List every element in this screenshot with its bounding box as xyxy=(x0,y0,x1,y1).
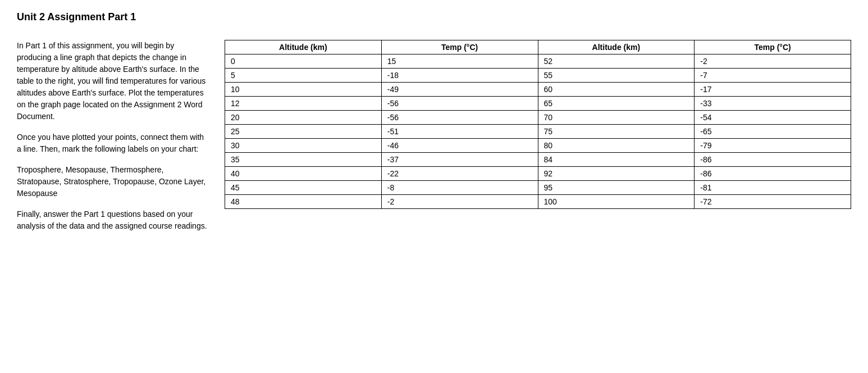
table-cell: -2 xyxy=(381,195,538,209)
table-cell: 10 xyxy=(225,83,382,97)
table-cell: -22 xyxy=(381,167,538,181)
col-header-temp-2: Temp (°C) xyxy=(695,40,851,54)
table-cell: 80 xyxy=(538,139,695,153)
col-header-altitude-1: Altitude (km) xyxy=(225,40,382,54)
page-title: Unit 2 Assignment Part 1 xyxy=(17,11,851,23)
table-cell: 20 xyxy=(225,111,382,125)
table-row: 5-1855-7 xyxy=(225,69,851,83)
table-cell: 15 xyxy=(381,54,538,69)
paragraph-3: Troposphere, Mesopause, Thermosphere, St… xyxy=(17,164,208,199)
table-cell: 30 xyxy=(225,139,382,153)
table-row: 01552-2 xyxy=(225,54,851,69)
table-row: 45-895-81 xyxy=(225,181,851,195)
table-cell: -86 xyxy=(695,167,851,181)
table-cell: -56 xyxy=(381,97,538,111)
table-cell: 40 xyxy=(225,167,382,181)
table-cell: 55 xyxy=(538,69,695,83)
table-row: 10-4960-17 xyxy=(225,83,851,97)
table-cell: -65 xyxy=(695,125,851,139)
table-cell: 45 xyxy=(225,181,382,195)
table-cell: 52 xyxy=(538,54,695,69)
table-cell: -17 xyxy=(695,83,851,97)
table-cell: -2 xyxy=(695,54,851,69)
table-row: 25-5175-65 xyxy=(225,125,851,139)
paragraph-2: Once you have plotted your points, conne… xyxy=(17,131,208,155)
table-cell: 35 xyxy=(225,153,382,167)
table-cell: 5 xyxy=(225,69,382,83)
table-cell: -37 xyxy=(381,153,538,167)
table-cell: 25 xyxy=(225,125,382,139)
table-cell: -51 xyxy=(381,125,538,139)
table-cell: 92 xyxy=(538,167,695,181)
table-row: 20-5670-54 xyxy=(225,111,851,125)
content-area: In Part 1 of this assignment, you will b… xyxy=(17,40,851,241)
table-row: 12-5665-33 xyxy=(225,97,851,111)
table-cell: 48 xyxy=(225,195,382,209)
table-cell: -72 xyxy=(695,195,851,209)
paragraph-1: In Part 1 of this assignment, you will b… xyxy=(17,40,208,122)
col-header-altitude-2: Altitude (km) xyxy=(538,40,695,54)
table-cell: 95 xyxy=(538,181,695,195)
table-cell: 75 xyxy=(538,125,695,139)
table-cell: -8 xyxy=(381,181,538,195)
table-cell: -86 xyxy=(695,153,851,167)
table-cell: -79 xyxy=(695,139,851,153)
col-header-temp-1: Temp (°C) xyxy=(381,40,538,54)
table-cell: -18 xyxy=(381,69,538,83)
altitude-temp-table: Altitude (km) Temp (°C) Altitude (km) Te… xyxy=(225,40,851,209)
table-cell: -7 xyxy=(695,69,851,83)
table-cell: -56 xyxy=(381,111,538,125)
left-text-section: In Part 1 of this assignment, you will b… xyxy=(17,40,208,241)
table-header-row: Altitude (km) Temp (°C) Altitude (km) Te… xyxy=(225,40,851,54)
table-cell: 12 xyxy=(225,97,382,111)
table-cell: -49 xyxy=(381,83,538,97)
table-cell: 100 xyxy=(538,195,695,209)
table-row: 48-2100-72 xyxy=(225,195,851,209)
paragraph-4: Finally, answer the Part 1 questions bas… xyxy=(17,208,208,232)
table-cell: 65 xyxy=(538,97,695,111)
table-cell: 70 xyxy=(538,111,695,125)
table-row: 35-3784-86 xyxy=(225,153,851,167)
table-cell: -46 xyxy=(381,139,538,153)
table-cell: 84 xyxy=(538,153,695,167)
table-cell: -81 xyxy=(695,181,851,195)
table-cell: -33 xyxy=(695,97,851,111)
table-cell: -54 xyxy=(695,111,851,125)
table-row: 40-2292-86 xyxy=(225,167,851,181)
table-row: 30-4680-79 xyxy=(225,139,851,153)
table-cell: 60 xyxy=(538,83,695,97)
table-cell: 0 xyxy=(225,54,382,69)
